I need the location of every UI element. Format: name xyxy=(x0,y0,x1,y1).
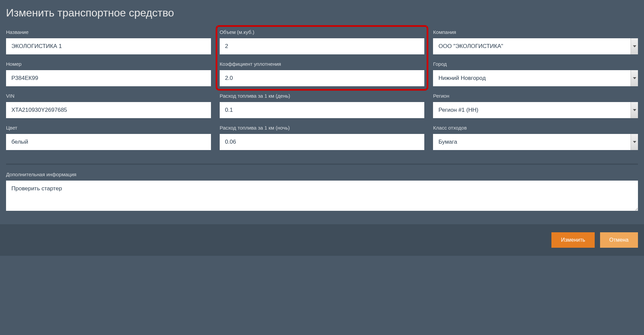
field-company: Компания ООО "ЭКОЛОГИСТИКА" xyxy=(433,29,638,54)
chevron-down-icon xyxy=(633,141,636,143)
input-volume[interactable] xyxy=(220,38,425,54)
select-city[interactable]: Нижний Новгород xyxy=(433,70,638,86)
chevron-down-icon xyxy=(633,45,636,47)
field-number: Номер xyxy=(6,61,211,86)
select-region-value: Регион #1 (НН) xyxy=(433,102,631,118)
label-company: Компания xyxy=(433,29,638,35)
select-region[interactable]: Регион #1 (НН) xyxy=(433,102,638,118)
select-city-button[interactable] xyxy=(631,70,638,86)
page-title: Изменить транспортное средство xyxy=(6,7,638,19)
select-company-value: ООО "ЭКОЛОГИСТИКА" xyxy=(433,38,631,54)
field-additional-info: Дополнительная информация xyxy=(6,172,638,211)
form-column-2: Объем (м.куб.) Коэффициент уплотнения Ра… xyxy=(220,29,425,150)
select-waste-class-value: Бумага xyxy=(433,134,631,150)
form-column-3: Компания ООО "ЭКОЛОГИСТИКА" Город Нижний… xyxy=(433,29,638,150)
label-color: Цвет xyxy=(6,125,211,131)
input-fuel-night[interactable] xyxy=(220,134,425,150)
label-waste-class: Класс отходов xyxy=(433,125,638,131)
form-content: Название Номер VIN Цвет Объем (м.куб.) xyxy=(0,29,644,218)
label-compaction: Коэффициент уплотнения xyxy=(220,61,425,67)
label-region: Регион xyxy=(433,93,638,99)
select-company-button[interactable] xyxy=(631,38,638,54)
field-fuel-night: Расход топлива за 1 км (ночь) xyxy=(220,125,425,150)
label-fuel-night: Расход топлива за 1 км (ночь) xyxy=(220,125,425,131)
select-waste-class[interactable]: Бумага xyxy=(433,134,638,150)
field-waste-class: Класс отходов Бумага xyxy=(433,125,638,150)
label-name: Название xyxy=(6,29,211,35)
field-name: Название xyxy=(6,29,211,54)
field-volume: Объем (м.куб.) xyxy=(220,29,425,54)
input-fuel-day[interactable] xyxy=(220,102,425,118)
chevron-down-icon xyxy=(633,109,636,111)
select-region-button[interactable] xyxy=(631,102,638,118)
label-vin: VIN xyxy=(6,93,211,99)
chevron-down-icon xyxy=(633,77,636,79)
input-vin[interactable] xyxy=(6,102,211,118)
select-waste-class-button[interactable] xyxy=(631,134,638,150)
input-compaction[interactable] xyxy=(220,70,425,86)
submit-button[interactable]: Изменить xyxy=(551,232,594,248)
label-number: Номер xyxy=(6,61,211,67)
additional-info-section: Дополнительная информация xyxy=(6,172,638,218)
field-region: Регион Регион #1 (НН) xyxy=(433,93,638,118)
label-city: Город xyxy=(433,61,638,67)
input-number[interactable] xyxy=(6,70,211,86)
input-color[interactable] xyxy=(6,134,211,150)
form-column-1: Название Номер VIN Цвет xyxy=(6,29,211,150)
cancel-button[interactable]: Отмена xyxy=(600,232,638,248)
textarea-additional-info[interactable] xyxy=(6,181,638,211)
field-color: Цвет xyxy=(6,125,211,150)
select-company[interactable]: ООО "ЭКОЛОГИСТИКА" xyxy=(433,38,638,54)
field-fuel-day: Расход топлива за 1 км (день) xyxy=(220,93,425,118)
footer-actions: Изменить Отмена xyxy=(0,224,644,256)
label-volume: Объем (м.куб.) xyxy=(220,29,425,35)
label-additional-info: Дополнительная информация xyxy=(6,172,638,177)
form-grid: Название Номер VIN Цвет Объем (м.куб.) xyxy=(6,29,638,157)
field-city: Город Нижний Новгород xyxy=(433,61,638,86)
field-vin: VIN xyxy=(6,93,211,118)
page-header: Изменить транспортное средство xyxy=(0,0,644,29)
input-name[interactable] xyxy=(6,38,211,54)
label-fuel-day: Расход топлива за 1 км (день) xyxy=(220,93,425,99)
select-city-value: Нижний Новгород xyxy=(433,70,631,86)
section-divider xyxy=(6,163,638,165)
field-compaction: Коэффициент уплотнения xyxy=(220,61,425,86)
